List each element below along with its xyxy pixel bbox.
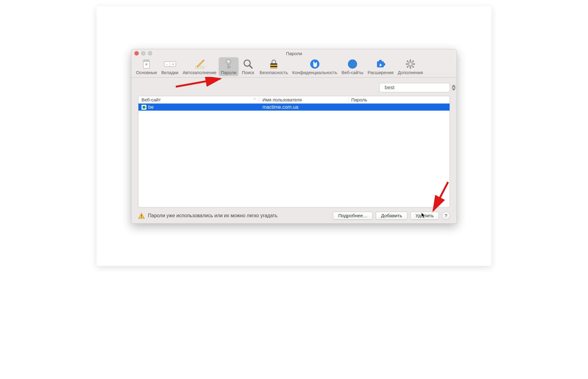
svg-line-33 (413, 61, 414, 62)
search-icon (243, 58, 253, 70)
svg-rect-17 (270, 63, 277, 65)
globe-icon (347, 58, 358, 70)
tab-autofill[interactable]: Автозаполнение (180, 57, 218, 76)
search-field[interactable]: ✕ (379, 83, 450, 92)
help-button[interactable]: ? (442, 212, 450, 220)
svg-line-34 (407, 66, 408, 67)
tab-label: Пароли (221, 70, 236, 75)
svg-text:+: + (172, 62, 174, 66)
preferences-toolbar: Основные -+ Вкладки Автозаполнение Парол… (131, 57, 457, 78)
key-icon (224, 58, 233, 70)
warning-icon (138, 212, 145, 219)
sort-indicator-icon: ⌃ (253, 98, 256, 102)
svg-point-22 (382, 63, 385, 66)
general-icon (142, 58, 151, 70)
tab-label: Дополнения (398, 70, 423, 75)
tabs-icon: -+ (164, 58, 176, 70)
tab-label: Расширения (368, 70, 394, 75)
minimize-window-button[interactable] (141, 51, 145, 55)
details-button[interactable]: Подробнее… (333, 212, 373, 220)
tab-websites[interactable]: Веб-сайты (339, 57, 365, 76)
gear-icon (405, 58, 416, 70)
hand-icon (310, 58, 320, 70)
add-button[interactable]: Добавить (376, 212, 407, 220)
pencil-icon (194, 58, 205, 70)
close-window-button[interactable] (134, 51, 139, 55)
svg-rect-12 (228, 64, 229, 68)
cell-website: be (138, 104, 259, 110)
tab-security[interactable]: Безопасность (258, 57, 290, 76)
column-password[interactable]: Пароль (348, 97, 450, 102)
column-website[interactable]: Веб-сайт ⌃ (138, 97, 259, 102)
search-input[interactable] (384, 84, 450, 91)
svg-rect-13 (228, 66, 230, 67)
svg-rect-39 (141, 217, 142, 218)
tab-label: Веб-сайты (341, 70, 363, 75)
tab-label: Безопасность (260, 70, 288, 75)
passwords-table: Веб-сайт ⌃ Имя пользователя Пароль be ma… (138, 96, 450, 207)
warning-text: Пароли уже использовались или их можно л… (148, 213, 330, 218)
svg-line-15 (249, 65, 252, 68)
panel-footer: Пароли уже использовались или их можно л… (138, 207, 450, 220)
table-row[interactable]: be mactime.com.ua (138, 104, 450, 111)
tab-tabs[interactable]: -+ Вкладки (159, 57, 181, 76)
table-header: Веб-сайт ⌃ Имя пользователя Пароль (138, 96, 450, 104)
svg-rect-2 (145, 63, 147, 65)
cursor-icon (421, 212, 426, 218)
tab-label: Вкладки (161, 70, 179, 75)
screenshot-canvas: Пароли Основные -+ Вкладки Автозапол (96, 6, 492, 266)
svg-point-11 (228, 60, 229, 62)
tab-advanced[interactable]: Дополнения (396, 57, 425, 76)
preferences-window: Пароли Основные -+ Вкладки Автозапол (131, 49, 457, 224)
window-titlebar: Пароли (131, 49, 457, 57)
tab-extensions[interactable]: Расширения (366, 57, 396, 76)
tab-passwords[interactable]: Пароли (219, 57, 239, 76)
svg-line-32 (413, 66, 414, 67)
svg-point-26 (409, 63, 411, 65)
svg-rect-38 (141, 214, 142, 216)
svg-point-23 (379, 60, 382, 63)
svg-rect-1 (143, 60, 149, 62)
svg-text:-: - (166, 62, 168, 66)
tab-label: Поиск (242, 70, 254, 75)
svg-point-20 (348, 59, 357, 69)
passwords-panel: ✕ Веб-сайт ⌃ Имя пользователя Пароль (131, 78, 457, 223)
clear-search-button[interactable]: ✕ (452, 85, 455, 90)
column-username[interactable]: Имя пользователя (259, 97, 348, 102)
favicon-icon (141, 105, 146, 110)
table-body: be mactime.com.ua (138, 104, 450, 207)
cell-username: mactime.com.ua (259, 104, 348, 110)
zoom-window-button[interactable] (148, 51, 152, 55)
traffic-lights (134, 51, 152, 55)
tab-privacy[interactable]: Конфиденциальность (290, 57, 339, 76)
lock-icon (269, 58, 278, 70)
tab-label: Основные (136, 70, 157, 75)
tab-general[interactable]: Основные (134, 57, 159, 76)
puzzle-icon (375, 58, 386, 70)
tab-search[interactable]: Поиск (239, 57, 258, 76)
tab-label: Автозаполнение (183, 70, 216, 75)
svg-line-31 (407, 61, 408, 62)
tab-label: Конфиденциальность (292, 70, 337, 75)
svg-rect-18 (270, 66, 277, 67)
window-title: Пароли (286, 51, 302, 56)
